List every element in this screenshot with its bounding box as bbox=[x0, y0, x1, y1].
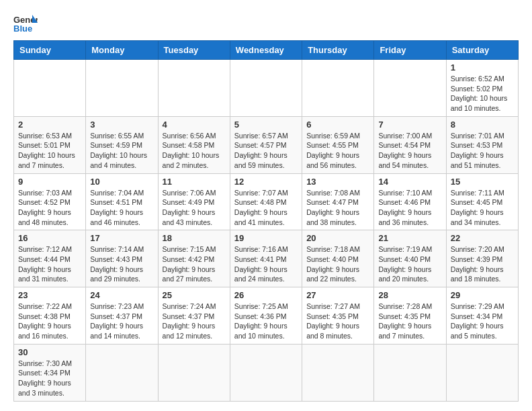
calendar-cell bbox=[302, 60, 374, 117]
day-number: 3 bbox=[90, 120, 153, 130]
calendar-cell: 17Sunrise: 7:14 AM Sunset: 4:43 PM Dayli… bbox=[86, 230, 158, 287]
day-number: 17 bbox=[90, 233, 153, 243]
calendar-cell: 7Sunrise: 7:00 AM Sunset: 4:54 PM Daylig… bbox=[374, 116, 446, 173]
day-info: Sunrise: 7:25 AM Sunset: 4:36 PM Dayligh… bbox=[234, 302, 298, 341]
calendar-cell: 22Sunrise: 7:20 AM Sunset: 4:39 PM Dayli… bbox=[446, 230, 518, 287]
calendar-cell: 15Sunrise: 7:11 AM Sunset: 4:45 PM Dayli… bbox=[446, 173, 518, 230]
day-number: 19 bbox=[234, 233, 298, 243]
day-info: Sunrise: 7:11 AM Sunset: 4:45 PM Dayligh… bbox=[451, 188, 514, 228]
calendar-week-row: 16Sunrise: 7:12 AM Sunset: 4:44 PM Dayli… bbox=[14, 230, 519, 287]
day-info: Sunrise: 7:30 AM Sunset: 4:34 PM Dayligh… bbox=[18, 359, 81, 398]
day-number: 25 bbox=[163, 290, 226, 300]
day-number: 6 bbox=[306, 120, 369, 130]
calendar-cell: 21Sunrise: 7:19 AM Sunset: 4:40 PM Dayli… bbox=[374, 230, 446, 287]
calendar-cell bbox=[86, 60, 158, 117]
day-number: 9 bbox=[18, 177, 81, 187]
calendar-cell: 18Sunrise: 7:15 AM Sunset: 4:42 PM Dayli… bbox=[158, 230, 230, 287]
weekday-header-saturday: Saturday bbox=[446, 41, 518, 60]
day-number: 28 bbox=[378, 290, 441, 300]
day-info: Sunrise: 7:24 AM Sunset: 4:37 PM Dayligh… bbox=[163, 302, 226, 341]
calendar-week-row: 23Sunrise: 7:22 AM Sunset: 4:38 PM Dayli… bbox=[14, 287, 519, 345]
day-number: 29 bbox=[451, 290, 514, 300]
day-info: Sunrise: 7:19 AM Sunset: 4:40 PM Dayligh… bbox=[378, 244, 441, 284]
day-info: Sunrise: 7:00 AM Sunset: 4:54 PM Dayligh… bbox=[378, 131, 441, 171]
calendar-cell: 5Sunrise: 6:57 AM Sunset: 4:57 PM Daylig… bbox=[230, 116, 302, 173]
weekday-header-tuesday: Tuesday bbox=[158, 41, 230, 60]
day-number: 15 bbox=[451, 177, 514, 187]
day-info: Sunrise: 7:18 AM Sunset: 4:40 PM Dayligh… bbox=[306, 244, 369, 284]
weekday-header-sunday: Sunday bbox=[14, 41, 86, 60]
calendar-cell: 19Sunrise: 7:16 AM Sunset: 4:41 PM Dayli… bbox=[230, 230, 302, 287]
calendar-cell: 27Sunrise: 7:27 AM Sunset: 4:35 PM Dayli… bbox=[302, 287, 374, 345]
day-number: 1 bbox=[451, 62, 514, 73]
day-info: Sunrise: 7:01 AM Sunset: 4:53 PM Dayligh… bbox=[451, 131, 514, 171]
day-number: 4 bbox=[163, 120, 226, 130]
day-number: 13 bbox=[306, 177, 369, 187]
day-info: Sunrise: 7:16 AM Sunset: 4:41 PM Dayligh… bbox=[234, 244, 298, 284]
calendar-cell: 29Sunrise: 7:29 AM Sunset: 4:34 PM Dayli… bbox=[446, 287, 518, 345]
day-number: 5 bbox=[234, 120, 298, 130]
calendar-cell: 3Sunrise: 6:55 AM Sunset: 4:59 PM Daylig… bbox=[86, 116, 158, 173]
calendar-cell bbox=[158, 60, 230, 117]
calendar-week-row: 30Sunrise: 7:30 AM Sunset: 4:34 PM Dayli… bbox=[14, 344, 519, 401]
day-info: Sunrise: 6:56 AM Sunset: 4:58 PM Dayligh… bbox=[163, 131, 226, 171]
day-info: Sunrise: 7:10 AM Sunset: 4:46 PM Dayligh… bbox=[378, 188, 441, 228]
day-info: Sunrise: 7:29 AM Sunset: 4:34 PM Dayligh… bbox=[451, 302, 514, 341]
calendar-cell bbox=[446, 344, 518, 401]
calendar-cell bbox=[86, 344, 158, 401]
day-number: 12 bbox=[234, 177, 298, 187]
day-info: Sunrise: 7:14 AM Sunset: 4:43 PM Dayligh… bbox=[90, 244, 153, 284]
day-info: Sunrise: 7:03 AM Sunset: 4:52 PM Dayligh… bbox=[18, 188, 81, 228]
day-info: Sunrise: 7:27 AM Sunset: 4:35 PM Dayligh… bbox=[306, 302, 369, 341]
calendar-cell bbox=[230, 344, 302, 401]
day-info: Sunrise: 6:57 AM Sunset: 4:57 PM Dayligh… bbox=[234, 131, 298, 171]
calendar-table: SundayMondayTuesdayWednesdayThursdayFrid… bbox=[13, 40, 519, 402]
calendar-cell: 30Sunrise: 7:30 AM Sunset: 4:34 PM Dayli… bbox=[14, 344, 86, 401]
calendar-cell bbox=[14, 60, 86, 117]
day-number: 24 bbox=[90, 290, 153, 300]
calendar-cell: 28Sunrise: 7:28 AM Sunset: 4:35 PM Dayli… bbox=[374, 287, 446, 345]
calendar-cell: 25Sunrise: 7:24 AM Sunset: 4:37 PM Dayli… bbox=[158, 287, 230, 345]
day-info: Sunrise: 6:59 AM Sunset: 4:55 PM Dayligh… bbox=[306, 131, 369, 171]
calendar-cell: 4Sunrise: 6:56 AM Sunset: 4:58 PM Daylig… bbox=[158, 116, 230, 173]
day-number: 7 bbox=[378, 120, 441, 130]
day-number: 2 bbox=[18, 120, 81, 130]
day-info: Sunrise: 7:08 AM Sunset: 4:47 PM Dayligh… bbox=[306, 188, 369, 228]
day-info: Sunrise: 7:04 AM Sunset: 4:51 PM Dayligh… bbox=[90, 188, 153, 228]
weekday-header-wednesday: Wednesday bbox=[230, 41, 302, 60]
calendar-cell bbox=[374, 60, 446, 117]
calendar-cell: 8Sunrise: 7:01 AM Sunset: 4:53 PM Daylig… bbox=[446, 116, 518, 173]
calendar-cell: 1Sunrise: 6:52 AM Sunset: 5:02 PM Daylig… bbox=[446, 60, 518, 117]
day-info: Sunrise: 6:52 AM Sunset: 5:02 PM Dayligh… bbox=[451, 74, 514, 113]
day-number: 10 bbox=[90, 177, 153, 187]
day-number: 8 bbox=[451, 120, 514, 130]
weekday-header-friday: Friday bbox=[374, 41, 446, 60]
day-info: Sunrise: 7:12 AM Sunset: 4:44 PM Dayligh… bbox=[18, 244, 81, 284]
calendar-cell bbox=[374, 344, 446, 401]
day-info: Sunrise: 6:53 AM Sunset: 5:01 PM Dayligh… bbox=[18, 131, 81, 171]
day-number: 21 bbox=[378, 233, 441, 243]
day-number: 30 bbox=[18, 347, 81, 357]
calendar-cell: 2Sunrise: 6:53 AM Sunset: 5:01 PM Daylig… bbox=[14, 116, 86, 173]
day-info: Sunrise: 7:07 AM Sunset: 4:48 PM Dayligh… bbox=[234, 188, 298, 228]
day-info: Sunrise: 7:06 AM Sunset: 4:49 PM Dayligh… bbox=[163, 188, 226, 228]
weekday-header-row: SundayMondayTuesdayWednesdayThursdayFrid… bbox=[14, 41, 519, 60]
day-info: Sunrise: 7:20 AM Sunset: 4:39 PM Dayligh… bbox=[451, 244, 514, 284]
calendar-week-row: 2Sunrise: 6:53 AM Sunset: 5:01 PM Daylig… bbox=[14, 116, 519, 173]
day-number: 16 bbox=[18, 233, 81, 243]
day-info: Sunrise: 6:55 AM Sunset: 4:59 PM Dayligh… bbox=[90, 131, 153, 171]
day-number: 26 bbox=[234, 290, 298, 300]
day-number: 23 bbox=[18, 290, 81, 300]
day-number: 22 bbox=[451, 233, 514, 243]
day-number: 18 bbox=[163, 233, 226, 243]
calendar-cell: 13Sunrise: 7:08 AM Sunset: 4:47 PM Dayli… bbox=[302, 173, 374, 230]
calendar-cell: 23Sunrise: 7:22 AM Sunset: 4:38 PM Dayli… bbox=[14, 287, 86, 345]
day-info: Sunrise: 7:23 AM Sunset: 4:37 PM Dayligh… bbox=[90, 302, 153, 341]
calendar-cell: 26Sunrise: 7:25 AM Sunset: 4:36 PM Dayli… bbox=[230, 287, 302, 345]
calendar-cell: 24Sunrise: 7:23 AM Sunset: 4:37 PM Dayli… bbox=[86, 287, 158, 345]
calendar-week-row: 9Sunrise: 7:03 AM Sunset: 4:52 PM Daylig… bbox=[14, 173, 519, 230]
page-header: General Blue bbox=[13, 13, 519, 34]
day-number: 14 bbox=[378, 177, 441, 187]
day-number: 11 bbox=[163, 177, 226, 187]
calendar-cell: 20Sunrise: 7:18 AM Sunset: 4:40 PM Dayli… bbox=[302, 230, 374, 287]
